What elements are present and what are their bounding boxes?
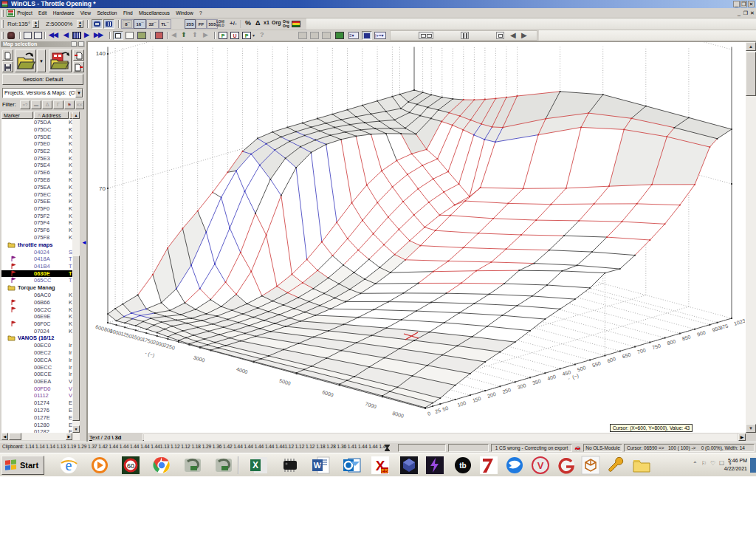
svg-text:100: 100 [457,400,467,408]
svg-text:200: 200 [487,391,496,399]
svg-text:650: 650 [622,352,631,359]
svg-text:6000: 6000 [322,389,334,397]
svg-text:850: 850 [681,334,691,341]
svg-text:1023: 1023 [733,318,745,326]
svg-text:2250: 2250 [163,343,176,351]
svg-text:750: 750 [652,343,662,350]
svg-text:3000: 3000 [193,354,205,363]
svg-text:X: X [252,460,258,470]
svg-text:250: 250 [502,387,512,394]
svg-text:50: 50 [442,405,450,412]
svg-text:8000: 8000 [392,411,405,419]
svg-text:25: 25 [434,408,441,414]
svg-text:400: 400 [547,374,557,381]
svg-text:800: 800 [667,338,676,346]
svg-text:5000: 5000 [279,378,292,386]
svg-text:140: 140 [96,50,106,57]
svg-text:550: 550 [591,360,601,368]
svg-text:600: 600 [607,356,616,363]
svg-text:4000: 4000 [236,366,248,374]
svg-text:tb: tb [459,462,466,470]
svg-text:500: 500 [577,365,586,372]
svg-text:975: 975 [719,323,729,331]
svg-text:350: 350 [532,378,541,385]
svg-text:e: e [66,457,72,473]
svg-text:60: 60 [127,462,134,470]
svg-text:0: 0 [427,411,431,417]
svg-text:- (~): - (~) [144,350,155,358]
svg-text:V: V [537,460,544,471]
svg-text:900: 900 [696,330,706,337]
svg-text:ES: ES [381,468,388,473]
svg-text:300: 300 [517,383,526,390]
svg-text:150: 150 [472,396,481,403]
svg-text:70: 70 [99,185,106,192]
svg-text:700: 700 [636,347,646,354]
svg-text:7000: 7000 [365,401,377,409]
